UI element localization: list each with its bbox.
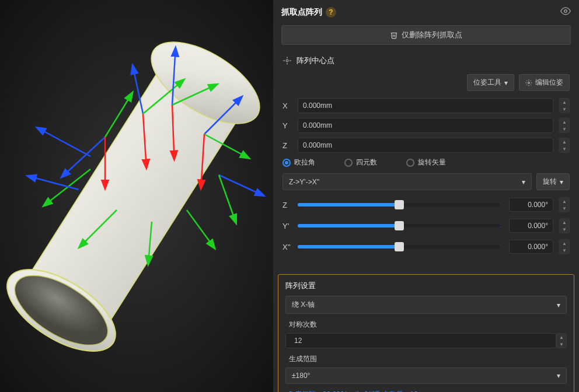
x-rot-value[interactable] [509,240,553,254]
radio-euler[interactable]: 欧拉角 [282,158,315,167]
spinner-down-icon[interactable]: ▼ [560,106,569,113]
rotate-button[interactable]: 旋转 ▾ [536,173,570,190]
z-rot-value[interactable] [509,198,553,212]
axis-select[interactable]: 绕 X-轴 ▾ [285,296,567,314]
delete-label: 仅删除阵列抓取点 [402,30,462,40]
center-icon [282,56,292,65]
chevron-down-icon: ▾ [557,301,560,309]
radio-icon [406,159,414,167]
x-rot-spinner[interactable]: ▲▼ [559,239,570,254]
svg-line-22 [187,210,210,242]
spinner-down-icon[interactable]: ▼ [560,125,569,132]
x-input[interactable] [298,98,553,113]
y-label: Y [282,121,292,130]
range-select[interactable]: ±180° ▾ [285,368,567,384]
trash-icon [390,31,398,39]
spinner-up-icon[interactable]: ▲ [560,138,569,145]
center-section-header: 阵列中心点 [273,51,579,71]
gear-icon [525,79,532,86]
pose-tool-button[interactable]: 位姿工具 ▾ [467,74,514,91]
svg-point-25 [528,82,530,83]
slider-thumb[interactable] [395,242,404,251]
radio-icon [344,159,353,167]
center-label: 阵列中心点 [297,55,334,66]
delete-array-points-button[interactable]: 仅删除阵列抓取点 [281,25,571,45]
svg-point-24 [286,60,288,62]
help-icon[interactable]: ? [326,7,336,18]
y-input[interactable] [298,118,553,133]
symmetry-input[interactable] [285,333,556,348]
symmetry-spinner[interactable]: ▲▼ [556,333,567,348]
range-label: 生成范围 [289,354,567,364]
y-rot-label: Y' [282,222,292,230]
edit-pose-button[interactable]: 编辑位姿 [519,74,570,91]
x-label: X [282,102,292,110]
euler-order-select[interactable]: Z->Y'->X'' ▾ [282,173,532,190]
symmetry-label: 对称次数 [289,320,567,330]
z-spinner[interactable]: ▲ ▼ [559,138,570,153]
panel-header: 抓取点阵列 ? [273,0,579,23]
radio-quaternion[interactable]: 四元数 [344,158,377,167]
cylinder-scene [0,0,273,392]
spinner-up-icon[interactable]: ▲ [560,118,569,125]
array-settings-section: 阵列设置 绕 X-轴 ▾ 对称次数 ▲▼ 生成范围 ±180° ▾ 角度间隔：3… [278,274,574,392]
array-settings-title: 阵列设置 [285,281,567,291]
panel-title: 抓取点阵列 [281,7,322,18]
slider-thumb[interactable] [395,200,404,209]
radio-icon [282,159,291,167]
properties-panel: 抓取点阵列 ? 仅删除阵列抓取点 阵列中心点 位姿工具 ▾ [273,0,579,392]
y-rot-spinner[interactable]: ▲▼ [559,218,570,233]
chevron-down-icon: ▾ [504,79,508,87]
3d-viewport[interactable] [0,0,273,392]
chevron-down-icon: ▾ [522,178,525,186]
info-text: 角度间隔：30.000°，生成抓取点数量：12。 [288,390,567,392]
svg-point-23 [564,10,567,13]
z-rot-spinner[interactable]: ▲▼ [559,197,570,212]
spinner-up-icon[interactable]: ▲ [560,99,569,106]
visibility-icon[interactable] [560,6,571,18]
z-slider[interactable] [298,203,501,206]
y-slider[interactable] [298,224,501,228]
y-spinner[interactable]: ▲ ▼ [559,118,570,133]
z-input[interactable] [298,138,553,153]
x-spinner[interactable]: ▲ ▼ [559,98,570,113]
spinner-down-icon[interactable]: ▼ [560,145,569,152]
z-rot-label: Z [282,201,292,209]
radio-rotation-vector[interactable]: 旋转矢量 [406,158,446,167]
svg-line-17 [44,131,90,156]
chevron-down-icon: ▾ [557,372,560,380]
z-label: Z [282,141,292,150]
slider-thumb[interactable] [395,221,404,230]
x-rot-label: X'' [282,243,292,251]
x-slider[interactable] [298,245,501,249]
y-rot-value[interactable] [509,219,553,233]
chevron-down-icon: ▾ [560,178,563,186]
